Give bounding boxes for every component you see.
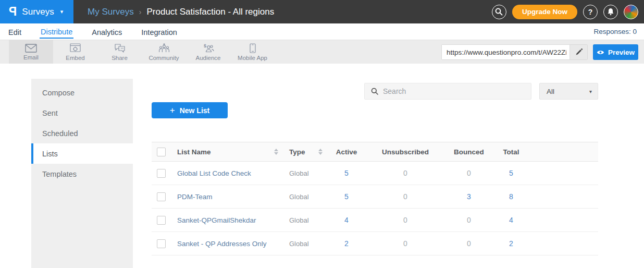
column-header-active: Active: [331, 148, 362, 156]
unsubscribed-count: 0: [362, 216, 449, 224]
select-all-checkbox[interactable]: [157, 148, 166, 156]
total-count-link[interactable]: 5: [489, 169, 534, 177]
search-button[interactable]: [492, 5, 506, 19]
list-type: Global: [279, 193, 331, 201]
share-bubbles-icon: [114, 43, 126, 53]
edit-url-button[interactable]: [569, 45, 587, 59]
table-row: Global List Code Check Global 5 0 0 5: [152, 162, 598, 185]
bounced-count: 0: [449, 239, 489, 248]
content-area: Compose Sent Scheduled Lists Templates A…: [31, 79, 604, 268]
notifications-button[interactable]: [603, 5, 618, 19]
table-header-row: List Name Type Active Unsubscribed Bounc…: [152, 142, 598, 162]
help-button[interactable]: ?: [583, 5, 598, 19]
header-actions: Upgrade Now ?: [492, 0, 638, 23]
toolbar-label: Email: [23, 54, 39, 60]
preview-label: Preview: [608, 48, 635, 56]
preview-button[interactable]: Preview: [593, 44, 638, 60]
row-checkbox[interactable]: [157, 192, 166, 201]
toolbar-right: Preview: [441, 44, 638, 60]
surveys-menu[interactable]: P Surveys ▾: [0, 0, 73, 23]
table-row: Sanket-QPGmailShekdar Global 4 0 0 4: [152, 209, 598, 232]
community-people-icon: [158, 43, 170, 53]
new-list-label: New List: [180, 106, 210, 115]
breadcrumb: My Surveys › Product Satisfaction - All …: [88, 7, 274, 17]
survey-url-box: [441, 44, 588, 60]
breadcrumb-current-survey: Product Satisfaction - All regions: [146, 7, 274, 17]
svg-text:$: $: [204, 43, 206, 48]
type-header-label: Type: [289, 148, 305, 156]
breadcrumb-my-surveys[interactable]: My Surveys: [88, 7, 134, 17]
total-count-link[interactable]: 8: [489, 192, 534, 201]
active-count-link[interactable]: 2: [331, 239, 362, 248]
bounced-count: 0: [449, 216, 489, 224]
list-name-link[interactable]: Sanket - QP Addresses Only: [172, 240, 279, 248]
toolbar-label: Embed: [66, 55, 84, 61]
sidebar-item-templates[interactable]: Templates: [31, 164, 133, 184]
survey-url-input[interactable]: [442, 45, 569, 59]
upgrade-now-button[interactable]: Upgrade Now: [512, 5, 577, 19]
bounced-count[interactable]: 3: [449, 192, 489, 201]
question-mark-icon: ?: [588, 8, 593, 16]
active-count-link[interactable]: 4: [331, 216, 362, 224]
pencil-icon: [575, 48, 583, 56]
toolbar-item-email[interactable]: Email: [9, 40, 53, 64]
embed-browser-icon: [70, 43, 81, 53]
tab-distribute[interactable]: Distribute: [40, 25, 73, 39]
account-avatar[interactable]: [624, 5, 638, 19]
sidebar-item-sent[interactable]: Sent: [31, 103, 133, 123]
toolbar-item-share[interactable]: Share: [97, 40, 142, 64]
toolbar-label: Share: [112, 55, 128, 61]
toolbar-label: Community: [148, 55, 179, 61]
search-box: [364, 83, 531, 100]
tab-integration[interactable]: Integration: [140, 26, 178, 38]
tab-analytics[interactable]: Analytics: [91, 26, 123, 38]
lists-table: List Name Type Active Unsubscribed Bounc…: [152, 142, 598, 255]
table-row: Sanket - QP Addresses Only Global 2 0 0 …: [152, 232, 598, 255]
column-header-total: Total: [489, 148, 534, 156]
search-input[interactable]: [383, 87, 531, 95]
responses-count[interactable]: Responses: 0: [593, 28, 637, 35]
unsubscribed-count: 0: [362, 169, 449, 177]
email-envelope-icon: [25, 44, 37, 53]
sidebar-item-scheduled[interactable]: Scheduled: [31, 123, 133, 143]
tab-edit[interactable]: Edit: [7, 26, 22, 38]
mobile-phone-icon: [250, 43, 256, 53]
toolbar-label: Mobile App: [238, 55, 267, 61]
filter-value: All: [547, 88, 554, 95]
list-type: Global: [279, 169, 331, 177]
product-label: Surveys: [22, 7, 54, 17]
total-count-link[interactable]: 4: [489, 216, 534, 224]
list-name-link[interactable]: PDM-Team: [172, 193, 279, 201]
unsubscribed-count: 0: [362, 192, 449, 201]
header-checkbox-cell: [152, 148, 172, 156]
chevron-down-icon: ▾: [589, 89, 592, 94]
sidebar-item-lists[interactable]: Lists: [31, 143, 133, 164]
total-count-link[interactable]: 2: [489, 239, 534, 248]
row-checkbox[interactable]: [157, 216, 166, 225]
bell-icon: [607, 8, 614, 16]
row-checkbox[interactable]: [157, 239, 166, 248]
active-count-link[interactable]: 5: [331, 192, 362, 201]
toolbar-item-community[interactable]: Community: [142, 40, 186, 64]
toolbar-label: Audience: [196, 55, 221, 61]
column-header-list-name[interactable]: List Name: [172, 148, 279, 156]
email-sidebar: Compose Sent Scheduled Lists Templates: [31, 79, 133, 268]
sidebar-item-compose[interactable]: Compose: [31, 82, 133, 103]
sort-icon[interactable]: [318, 149, 324, 155]
lists-panel: All ▾ + New List List Name: [133, 79, 604, 268]
toolbar-item-embed[interactable]: Embed: [53, 40, 97, 64]
sort-icon[interactable]: [274, 149, 279, 155]
search-icon: [371, 88, 378, 95]
list-type: Global: [279, 240, 331, 248]
app-header: P Surveys ▾ My Surveys › Product Satisfa…: [0, 0, 644, 23]
toolbar-item-mobile-app[interactable]: Mobile App: [230, 40, 275, 64]
new-list-button[interactable]: + New List: [152, 102, 228, 118]
list-name-link[interactable]: Global List Code Check: [172, 169, 279, 177]
active-count-link[interactable]: 5: [331, 169, 362, 177]
filter-row: All ▾: [152, 83, 598, 100]
toolbar-item-audience[interactable]: $ Audience: [186, 40, 230, 64]
column-header-type[interactable]: Type: [279, 148, 331, 156]
list-name-link[interactable]: Sanket-QPGmailShekdar: [172, 216, 279, 224]
list-filter-dropdown[interactable]: All ▾: [539, 83, 598, 100]
row-checkbox[interactable]: [157, 169, 166, 178]
